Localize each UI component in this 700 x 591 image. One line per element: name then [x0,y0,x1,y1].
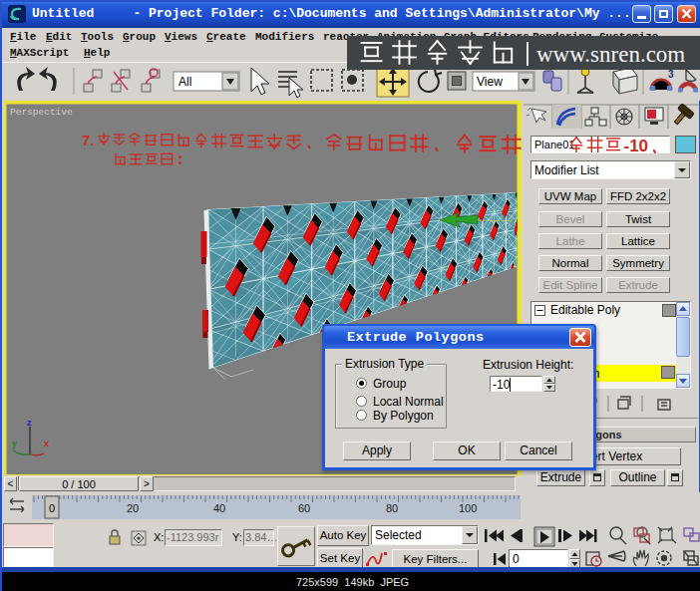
svg-text:y: y [12,439,17,448]
svg-text:100: 100 [459,502,477,514]
svg-text:80: 80 [386,502,398,514]
svg-text:x: x [44,439,49,448]
svg-text:View: View [477,75,503,89]
svg-text:60: 60 [298,502,310,514]
svg-text:0: 0 [49,502,55,514]
svg-text:20: 20 [127,502,139,514]
svg-text:3: 3 [668,69,674,80]
svg-text:40: 40 [213,502,225,514]
svg-text:7.: 7. [82,132,95,148]
svg-text:Perspective: Perspective [10,107,73,118]
svg-text:z: z [27,418,32,428]
svg-text:-10: -10 [624,137,649,155]
svg-text:www.snren.com: www.snren.com [536,42,685,67]
svg-text:All: All [178,75,191,89]
